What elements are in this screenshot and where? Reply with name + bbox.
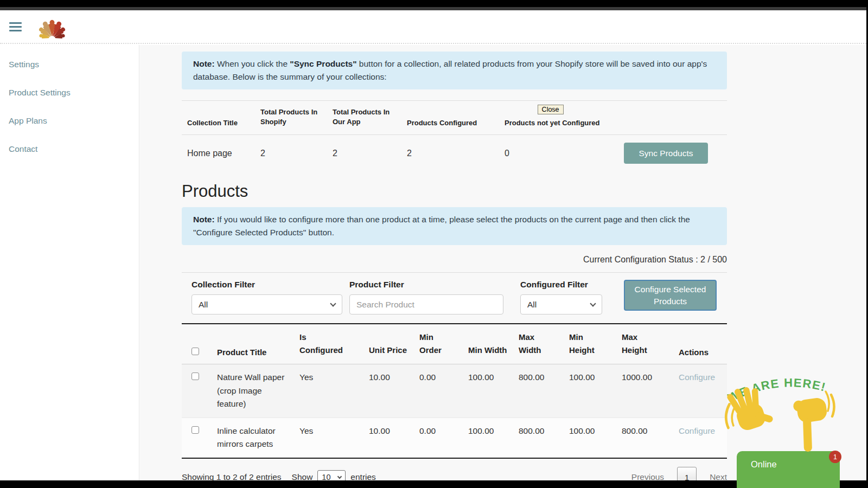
col-actions: Actions [673, 324, 727, 364]
min-order-cell: 0.00 [414, 418, 463, 458]
current-page-button[interactable]: 1 [677, 467, 697, 481]
col-collection-title: Collection Title [182, 101, 255, 135]
pointing-down-hand-icon [784, 387, 837, 457]
page-length-select[interactable]: 10 [317, 470, 346, 481]
main-content: Note: When you click the "Sync Products"… [182, 52, 727, 480]
showing-entries-text: Showing 1 to 2 of 2 entries [182, 472, 282, 480]
configured-filter-value: All [527, 300, 537, 310]
unit-price-cell: 10.00 [363, 364, 414, 418]
min-height-cell: 100.00 [564, 364, 616, 418]
product-title-cell: Nature Wall paper (crop Image feature) [212, 364, 294, 418]
pager: Previous 1 Next [631, 467, 727, 481]
chevron-down-icon [337, 474, 342, 479]
col-collection-actions [616, 101, 727, 135]
configure-note: Note: If you would like to configure mor… [182, 207, 727, 245]
entries-label: entries [350, 472, 376, 480]
frame-top-bar [0, 0, 868, 7]
pagination-bar: Showing 1 to 2 of 2 entries Show 10 entr… [182, 467, 727, 481]
chat-unread-count: 1 [833, 453, 837, 461]
chat-unread-badge: 1 [829, 451, 841, 463]
collection-total-shopify-cell: 2 [255, 135, 327, 172]
frame-top-strip [0, 7, 868, 10]
chevron-down-icon [590, 300, 596, 306]
product-filter-group: Product Filter [349, 280, 503, 314]
sidebar-nav: Settings Product Settings App Plans Cont… [0, 45, 139, 163]
products-table-head: Product Title Is Configured Unit Price M… [182, 324, 727, 364]
next-page-button[interactable]: Next [710, 472, 727, 480]
product-title-cell: Inline calculator mirrors carpets [212, 418, 294, 458]
app-logo-fan-icon [35, 12, 69, 41]
collections-table-head: Collection Title Total Products In Shopi… [182, 101, 727, 135]
col-min-width: Min Width [463, 324, 513, 364]
collection-row: Home page 2 2 2 0 Sync Products [182, 135, 727, 172]
products-heading: Products [182, 181, 727, 202]
sync-note-bold: "Sync Products" [290, 59, 356, 68]
unit-price-cell: 10.00 [363, 418, 414, 458]
configure-link[interactable]: Configure [679, 426, 715, 435]
col-products-configured: Products Configured [401, 101, 499, 135]
sync-note-label: Note: [193, 59, 215, 68]
col-min-height: Min Height [564, 324, 616, 364]
col-select-all [182, 324, 212, 364]
row-checkbox[interactable] [192, 373, 199, 380]
sidebar-item-product-settings[interactable]: Product Settings [0, 79, 139, 107]
configuration-status: Current Configuration Status : 2 / 500 [182, 255, 727, 265]
chat-status-label: Online [751, 459, 777, 469]
product-row: Inline calculator mirrors carpets Yes 10… [182, 418, 727, 458]
is-configured-cell: Yes [294, 418, 363, 458]
configured-filter-label: Configured Filter [520, 280, 602, 290]
sidebar: Settings Product Settings App Plans Cont… [0, 45, 139, 480]
product-search-input[interactable] [349, 294, 503, 314]
waving-hand-icon [722, 385, 778, 441]
col-total-our-app: Total Products In Our App [327, 101, 401, 135]
close-tooltip[interactable]: Close [538, 105, 564, 114]
sidebar-item-app-plans[interactable]: App Plans [0, 107, 139, 135]
is-configured-cell: Yes [294, 364, 363, 418]
product-row: Nature Wall paper (crop Image feature) Y… [182, 364, 727, 418]
hamburger-menu-icon[interactable] [9, 20, 22, 34]
min-order-cell: 0.00 [414, 364, 463, 418]
col-min-order: Min Order [414, 324, 463, 364]
max-height-cell: 1000.00 [616, 364, 673, 418]
configure-note-label: Note: [193, 215, 215, 224]
col-unit-price: Unit Price [363, 324, 414, 364]
configure-selected-products-button[interactable]: Configure Selected Products [624, 280, 717, 311]
collection-filter-select[interactable]: All [192, 294, 342, 314]
col-max-width: Max Width [513, 324, 564, 364]
collection-configured-cell: 2 [401, 135, 499, 172]
products-table: Product Title Is Configured Unit Price M… [182, 323, 727, 459]
select-all-checkbox[interactable] [192, 348, 199, 355]
configure-link[interactable]: Configure [679, 373, 715, 382]
product-filter-label: Product Filter [349, 280, 503, 290]
collection-title-cell: Home page [182, 135, 255, 172]
chevron-down-icon [330, 300, 336, 306]
col-product-title: Product Title [212, 324, 294, 364]
max-width-cell: 800.00 [513, 364, 564, 418]
collection-filter-group: Collection Filter All [192, 280, 342, 314]
sync-note: Note: When you click the "Sync Products"… [182, 52, 727, 89]
max-width-cell: 800.00 [513, 418, 564, 458]
collection-not-configured-cell: 0 [499, 135, 616, 172]
max-height-cell: 800.00 [616, 418, 673, 458]
chat-online-button[interactable]: Online [737, 451, 840, 488]
configured-filter-select[interactable]: All [520, 294, 602, 314]
filters-row: Collection Filter All Product Filter Con… [182, 272, 727, 314]
sidebar-item-settings[interactable]: Settings [0, 50, 139, 79]
configured-filter-group: Configured Filter All [520, 280, 602, 314]
collection-filter-value: All [199, 300, 208, 310]
min-width-cell: 100.00 [463, 364, 513, 418]
min-width-cell: 100.00 [463, 418, 513, 458]
collections-table: Collection Title Total Products In Shopi… [182, 100, 727, 171]
col-is-configured: Is Configured [294, 324, 363, 364]
page-length-value: 10 [322, 473, 330, 480]
previous-page-button[interactable]: Previous [631, 472, 664, 480]
configure-note-text: If you would like to configure more than… [193, 215, 690, 237]
min-height-cell: 100.00 [564, 418, 616, 458]
sync-products-button[interactable]: Sync Products [624, 143, 708, 164]
sidebar-item-contact[interactable]: Contact [0, 135, 139, 163]
col-total-shopify: Total Products In Shopify [255, 101, 327, 135]
app-header [0, 10, 866, 44]
collection-total-app-cell: 2 [327, 135, 401, 172]
col-max-height: Max Height [616, 324, 673, 364]
row-checkbox[interactable] [192, 426, 199, 434]
